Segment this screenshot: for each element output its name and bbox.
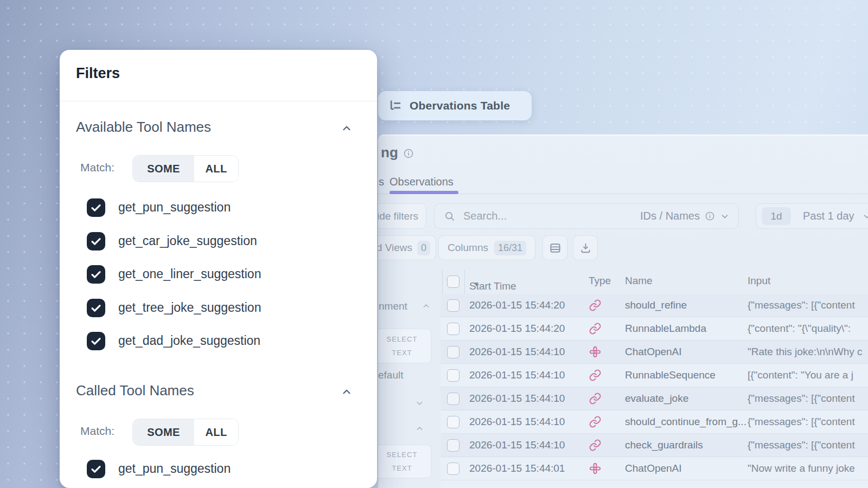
search-scope-dropdown[interactable]: IDs / Names bbox=[640, 210, 738, 222]
search-scope-label: IDs / Names bbox=[640, 210, 700, 222]
active-tab-underline bbox=[390, 191, 458, 194]
columns-count-badge: 16/31 bbox=[494, 241, 526, 255]
chain-link-icon bbox=[589, 369, 602, 382]
cell-input: {"content": "{\"quality\": bbox=[748, 323, 851, 335]
cell-name: should_refine bbox=[625, 299, 687, 311]
match-label: Match: bbox=[80, 161, 114, 174]
table-row[interactable]: 2026-01-15 15:44:10should_continue_from_… bbox=[441, 410, 868, 434]
download-icon bbox=[579, 242, 592, 254]
export-button[interactable] bbox=[573, 235, 598, 260]
checkbox-checked-icon[interactable] bbox=[87, 332, 105, 350]
cell-start-time: 2026-01-15 15:44:10 bbox=[469, 416, 565, 428]
row-checkbox[interactable] bbox=[447, 463, 459, 475]
tool-filter-item[interactable]: get_dad_joke_suggestion bbox=[60, 332, 377, 350]
table-row[interactable]: 2026-01-15 15:44:10RunnableSequence[{"co… bbox=[441, 364, 868, 387]
chevron-up-icon[interactable] bbox=[341, 123, 353, 134]
cell-input: {"messages": [{"content bbox=[748, 416, 855, 428]
row-checkbox[interactable] bbox=[447, 393, 459, 405]
select-text-toggle[interactable]: SELECT TEXT bbox=[378, 329, 431, 363]
chevron-down-icon bbox=[862, 211, 868, 221]
column-header-name[interactable]: Name bbox=[625, 275, 653, 287]
time-range-label: Past 1 day bbox=[803, 210, 854, 222]
screenshot-stage: ng s Observations ide filters IDs / Name… bbox=[0, 0, 868, 488]
tool-name-label: get_pun_suggestion bbox=[118, 200, 231, 215]
tool-checklist: get_pun_suggestionget_car_joke_suggestio… bbox=[60, 198, 377, 365]
checkbox-checked-icon[interactable] bbox=[87, 265, 105, 284]
tab-observations[interactable]: Observations bbox=[390, 176, 454, 188]
row-checkbox[interactable] bbox=[447, 416, 459, 428]
cell-start-time: 2026-01-15 15:44:10 bbox=[469, 369, 565, 381]
tool-name-label: get_one_liner_suggestion bbox=[118, 267, 261, 281]
cell-input: {"messages": [{"content bbox=[748, 393, 855, 404]
filters-popover: Filters Available Tool Names Match: SOME… bbox=[60, 50, 377, 488]
select-option[interactable]: SELECT bbox=[386, 451, 417, 459]
table-row[interactable]: 2026-01-15 15:44:10evaluate_joke{"messag… bbox=[441, 387, 868, 410]
chain-link-icon bbox=[589, 299, 602, 312]
hide-filters-button[interactable]: ide filters bbox=[378, 203, 426, 229]
table-row[interactable]: 2026-01-15 15:44:20should_refine{"messag… bbox=[441, 294, 868, 317]
text-option[interactable]: TEXT bbox=[392, 464, 412, 472]
column-header-type[interactable]: Type bbox=[589, 275, 611, 287]
table-row[interactable]: 2026-01-15 15:44:20RunnableLambda{"conte… bbox=[441, 317, 868, 341]
column-header-input[interactable]: Input bbox=[748, 275, 770, 287]
chain-link-icon bbox=[589, 322, 602, 335]
tool-filter-item[interactable]: get_pun_suggestion bbox=[60, 198, 377, 217]
search-box[interactable]: IDs / Names bbox=[434, 203, 739, 229]
match-option-some[interactable]: SOME bbox=[133, 156, 194, 182]
saved-views-button[interactable]: d Views 0 bbox=[378, 235, 436, 260]
info-icon[interactable] bbox=[403, 148, 414, 159]
checkbox-checked-icon[interactable] bbox=[87, 299, 105, 317]
match-mode-toggle: SOME ALL bbox=[132, 155, 239, 182]
cell-input: "Now write a funny joke bbox=[748, 463, 855, 474]
chain-link-icon bbox=[589, 392, 602, 405]
environment-section-partial: nment bbox=[379, 300, 407, 312]
chevron-down-icon bbox=[720, 211, 730, 221]
row-checkbox[interactable] bbox=[447, 323, 459, 335]
checkbox-checked-icon[interactable] bbox=[87, 460, 105, 478]
tool-filter-item[interactable]: get_one_liner_suggestion bbox=[60, 265, 377, 284]
tab-traces-partial[interactable]: s bbox=[379, 176, 384, 188]
tool-name-label: get_pun_suggestion bbox=[118, 461, 231, 476]
cell-name: evaluate_joke bbox=[625, 393, 688, 404]
checkbox-checked-icon[interactable] bbox=[87, 232, 105, 251]
row-height-icon bbox=[549, 242, 561, 254]
section-title-available-tool-names: Available Tool Names bbox=[76, 119, 211, 136]
divider bbox=[60, 101, 377, 101]
table-row[interactable]: 2026-01-15 15:44:10ChatOpenAI"Rate this … bbox=[441, 341, 868, 364]
chevron-down-icon[interactable] bbox=[415, 399, 424, 408]
row-checkbox[interactable] bbox=[447, 439, 459, 452]
table-body: 2026-01-15 15:44:20should_refine{"messag… bbox=[441, 294, 868, 488]
row-checkbox[interactable] bbox=[447, 346, 459, 358]
cell-name: RunnableSequence bbox=[625, 369, 716, 381]
select-text-toggle[interactable]: SELECT TEXT bbox=[378, 445, 431, 478]
chevron-up-icon[interactable] bbox=[415, 424, 424, 433]
cell-input: [{"content": "You are a j bbox=[748, 369, 853, 381]
search-input[interactable] bbox=[462, 209, 640, 223]
row-checkbox[interactable] bbox=[447, 299, 459, 312]
time-range-picker[interactable]: 1d Past 1 day bbox=[756, 203, 868, 229]
table-header-row: Start Time▼ Type Name Input bbox=[441, 269, 868, 294]
tool-filter-item[interactable]: get_pun_suggestion bbox=[60, 460, 377, 478]
row-checkbox[interactable] bbox=[447, 369, 459, 382]
row-height-button[interactable] bbox=[542, 235, 567, 260]
checkbox-checked-icon[interactable] bbox=[87, 198, 105, 217]
select-option[interactable]: SELECT bbox=[386, 335, 417, 343]
match-option-all[interactable]: ALL bbox=[194, 156, 238, 182]
select-all-checkbox[interactable] bbox=[447, 275, 459, 288]
table-row[interactable]: 2026-01-15 15:44:01ChatOpenAI"Now write … bbox=[441, 457, 868, 480]
match-option-all[interactable]: ALL bbox=[194, 419, 238, 445]
tool-filter-item[interactable]: get_car_joke_suggestion bbox=[60, 232, 377, 251]
chevron-up-icon[interactable] bbox=[341, 386, 353, 398]
tool-filter-item[interactable]: get_tree_joke_suggestion bbox=[60, 299, 377, 317]
observations-table-button[interactable]: Obervations Table bbox=[378, 91, 532, 120]
cell-start-time: 2026-01-15 15:44:01 bbox=[469, 463, 565, 474]
match-option-some[interactable]: SOME bbox=[133, 419, 194, 445]
observations-app-window: ng s Observations ide filters IDs / Name… bbox=[378, 134, 868, 488]
table-row[interactable]: 2026-01-15 15:44:10check_guardrails{"mes… bbox=[441, 434, 868, 457]
filters-title: Filters bbox=[76, 65, 120, 82]
text-option[interactable]: TEXT bbox=[392, 349, 412, 357]
cell-start-time: 2026-01-15 15:44:20 bbox=[469, 323, 565, 335]
chevron-up-icon[interactable] bbox=[422, 301, 431, 311]
generation-icon bbox=[589, 462, 602, 475]
columns-button[interactable]: Columns 16/31 bbox=[438, 235, 535, 260]
